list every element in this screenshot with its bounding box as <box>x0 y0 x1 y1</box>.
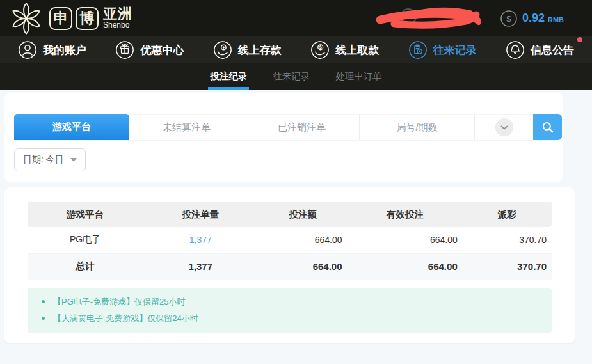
logo-char-shen: 申 <box>49 7 72 30</box>
nav-item-transaction-records[interactable]: 往来记录 <box>408 40 477 59</box>
subtab-label: 投注纪录 <box>210 70 247 83</box>
date-filter-button[interactable]: 日期: 今日 <box>14 148 86 171</box>
scribble-icon <box>375 6 489 31</box>
withdraw-hand-coin-icon: $ <box>310 40 330 59</box>
chevron-down-icon <box>495 118 513 136</box>
logo-latin-text: Shenbo <box>103 21 132 29</box>
cell-platform: PG电子 <box>28 227 143 253</box>
dollar-circle-icon: $ <box>500 10 517 27</box>
subtab-label: 往来记录 <box>273 70 310 83</box>
magnifier-icon <box>540 120 556 135</box>
balance-amount: 0.92 <box>522 12 545 25</box>
top-header: 申 博 亚洲 Shenbo <box>0 0 592 36</box>
nav-item-my-account[interactable]: 我的账户 <box>18 40 86 59</box>
filter-tab-label: 已注销注单 <box>278 122 326 134</box>
bullet-icon <box>42 317 45 320</box>
results-card: 游戏平台 投注单量 投注额 有效投注 派彩 PG电子 1,377 664.00 … <box>4 187 575 343</box>
col-header-bet-count: 投注单量 <box>143 202 258 227</box>
nav-item-promotions[interactable]: 优惠中心 <box>115 40 184 59</box>
records-clipboard-clock-icon <box>408 40 428 59</box>
filter-tab-row: 游戏平台 未结算注单 已注销注单 局号/期数 <box>14 114 556 141</box>
caret-down-icon <box>70 158 77 162</box>
bullet-icon <box>42 300 45 303</box>
filter-tab-label: 未结算注单 <box>163 122 211 134</box>
deposit-hand-coin-icon <box>213 40 232 59</box>
cell-total-bet-amount: 664.00 <box>258 253 347 280</box>
col-header-game-platform: 游戏平台 <box>28 202 143 227</box>
search-button[interactable] <box>533 114 562 140</box>
col-header-bet-amount: 投注额 <box>258 202 347 227</box>
subtab-transaction-records[interactable]: 往来记录 <box>273 63 310 90</box>
table-total-row: 总计 1,377 664.00 664.00 370.70 <box>28 253 552 280</box>
table-header-row: 游戏平台 投注单量 投注额 有效投注 派彩 <box>28 202 552 227</box>
redacted-username-scribble <box>375 6 489 31</box>
table-row: PG电子 1,377 664.00 664.00 370.70 <box>28 227 552 253</box>
balance[interactable]: $ 0.92 RMB <box>500 10 564 27</box>
cell-total-payout: 370.70 <box>463 253 552 280</box>
content-area: 游戏平台 未结算注单 已注销注单 局号/期数 <box>0 90 592 364</box>
subtab-betting-records[interactable]: 投注纪录 <box>210 63 247 90</box>
flower-logo-icon <box>8 1 45 36</box>
more-tabs-dropdown[interactable] <box>475 114 533 140</box>
col-header-valid-bet: 有效投注 <box>348 202 463 227</box>
date-filter-label: 日期: 今日 <box>23 154 64 166</box>
nav-label: 线上取款 <box>335 43 379 58</box>
nav-label: 我的账户 <box>43 43 86 58</box>
logo-region-text: 亚洲 <box>103 6 132 21</box>
filter-tab-label: 局号/期数 <box>396 122 437 134</box>
notice-text: 【PG电子-免费游戏】仅保留25小时 <box>53 296 186 308</box>
notice-box: 【PG电子-免费游戏】仅保留25小时 【大满贯电子-免费游戏】仅保留24小时 <box>28 288 552 333</box>
nav-item-withdraw[interactable]: $ 线上取款 <box>310 40 379 59</box>
subtab-pending-orders[interactable]: 处理中订单 <box>335 63 382 90</box>
cell-valid-bet: 664.00 <box>348 227 463 253</box>
col-header-payout: 派彩 <box>463 202 552 227</box>
nav-label: 线上存款 <box>238 43 282 58</box>
gift-circle-icon <box>115 40 134 59</box>
balance-currency: RMB <box>548 16 564 24</box>
topbar-right: $ 0.92 RMB <box>375 6 592 31</box>
user-circle-icon <box>18 40 37 59</box>
filter-tab-game-platform[interactable]: 游戏平台 <box>14 114 129 140</box>
nav-item-announcements[interactable]: 信息公告 <box>506 40 574 59</box>
nav-item-deposit[interactable]: 线上存款 <box>213 40 282 59</box>
cell-total-bet-count: 1,377 <box>143 253 258 280</box>
logo-wordmark: 亚洲 Shenbo <box>103 6 132 29</box>
filter-tab-unsettled-bets[interactable]: 未结算注单 <box>129 114 244 140</box>
cell-payout: 370.70 <box>463 227 552 253</box>
main-nav: 我的账户 优惠中心 线上存款 <box>0 36 592 63</box>
filter-tab-label: 游戏平台 <box>52 121 91 133</box>
nav-label: 信息公告 <box>531 43 574 58</box>
brand-logo[interactable]: 申 博 亚洲 Shenbo <box>8 1 132 36</box>
nav-label: 优惠中心 <box>140 43 184 58</box>
filter-tab-cancelled-bets[interactable]: 已注销注单 <box>244 114 360 140</box>
date-filter-row: 日期: 今日 <box>14 148 556 171</box>
notice-line: 【PG电子-免费游戏】仅保留25小时 <box>28 294 552 310</box>
filter-panel: 游戏平台 未结算注单 已注销注单 局号/期数 <box>4 93 563 182</box>
nav-label: 往来记录 <box>433 43 477 58</box>
bet-count-link[interactable]: 1,377 <box>189 235 212 245</box>
results-table: 游戏平台 投注单量 投注额 有效投注 派彩 PG电子 1,377 664.00 … <box>28 202 552 280</box>
filter-tab-round-number[interactable]: 局号/期数 <box>360 114 475 140</box>
notice-line: 【大满贯电子-免费游戏】仅保留24小时 <box>28 310 552 327</box>
subtab-label: 处理中订单 <box>335 70 382 83</box>
sub-nav: 投注纪录 往来记录 处理中订单 <box>0 63 592 90</box>
page: 申 博 亚洲 Shenbo <box>0 0 592 364</box>
cell-total-label: 总计 <box>28 253 143 280</box>
notification-dot <box>577 37 582 42</box>
svg-text:$: $ <box>319 45 322 50</box>
cell-bet-amount: 664.00 <box>258 227 347 253</box>
bell-icon <box>506 40 525 59</box>
cell-total-valid-bet: 664.00 <box>348 253 463 280</box>
svg-text:$: $ <box>506 14 511 24</box>
logo-char-bo: 博 <box>76 7 99 30</box>
notice-text: 【大满贯电子-免费游戏】仅保留24小时 <box>53 313 198 324</box>
